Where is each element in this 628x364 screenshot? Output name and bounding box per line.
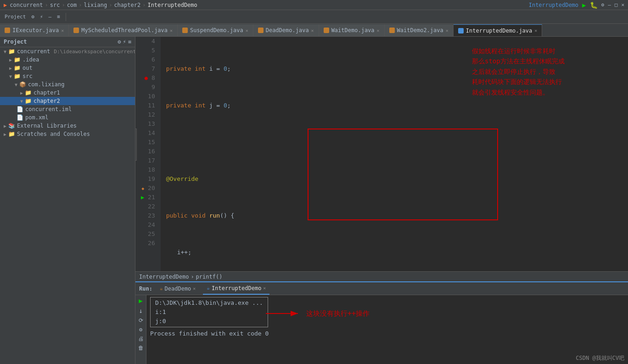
sidebar-item-scratches[interactable]: ▶ 📁 Scratches and Consoles [0, 130, 135, 138]
title-bar: ▶ concurrent › src › com › lixiang › cha… [0, 0, 628, 10]
sidebar-item-com-lixiang[interactable]: ▼ 📦 com.lixiang [0, 80, 135, 89]
sidebar-label-pom: pom.xml [25, 114, 49, 121]
tab-suspenddemo[interactable]: SuspendDemo.java ✕ [178, 24, 253, 36]
file-icon-iml: 📄 [17, 106, 23, 112]
run-tab-label-interrupted: InterruptedDemo [212, 285, 261, 291]
sidebar-item-chapter2[interactable]: ▼ 📁 chapter2 [0, 97, 135, 105]
run-stop-button[interactable]: ↓ [139, 307, 142, 314]
folder-icon-scratches: 📁 [8, 131, 15, 137]
run-tab-close-dead[interactable]: ✕ [193, 286, 196, 291]
run-tab-close-interrupted[interactable]: ✕ [263, 286, 266, 291]
tab-lexecutor[interactable]: IExecutor.java ✕ [0, 24, 69, 36]
tab-waitdemo[interactable]: WaitDemo.java ✕ [319, 24, 385, 36]
sidebar-label-idea: .idea [22, 56, 39, 63]
run-label: Run: [139, 286, 152, 292]
run-output-area: D:\JDK\jdk1.8\bin\java.exe ... i:1 j:0 P… [146, 295, 628, 364]
tab-icon-suspenddemo [182, 28, 188, 33]
run-panel-header: Run: ☕ DeadDemo ✕ ☕ InterruptedDemo ✕ [135, 282, 628, 295]
line-numbers: 4 5 6 7 ● 8 9 10 11 12 13 14 [135, 37, 161, 271]
tab-icon-lexecutor [5, 28, 10, 33]
breadcrumb-chapter2: chapter2 [114, 2, 140, 8]
breadcrumb-sep: › [191, 274, 194, 280]
output-line-process: Process finished with exit code 0 [150, 329, 624, 338]
code-editor[interactable]: 4 5 6 7 ● 8 9 10 11 12 13 14 [135, 37, 628, 271]
tab-close-suspenddemo[interactable]: ✕ [246, 28, 248, 33]
sidebar-item-chapter1[interactable]: ▶ 📁 chapter1 [0, 89, 135, 97]
run-button[interactable]: ▶ [582, 1, 586, 9]
run-play-button[interactable]: ▶ [139, 297, 142, 304]
breadcrumb-method: printf() [196, 274, 223, 280]
expand-arrow-ch1: ▶ [20, 90, 23, 95]
sidebar-item-external-libs[interactable]: ▶ 📚 External Libraries [0, 122, 135, 130]
tab-myscheduled[interactable]: MyScheduledThreadPool.java ✕ [69, 24, 178, 36]
tab-close-waitdemo2[interactable]: ✕ [446, 28, 449, 33]
sidebar-item-concurrent-iml[interactable]: 📄 concurrent.iml [0, 105, 135, 113]
code-line-9: i++; [166, 248, 467, 257]
tab-label-waitdemo2: WaitDemo2.java [397, 27, 443, 34]
tab-close-deaddemo[interactable]: ✕ [311, 28, 314, 33]
output-line-path: D:\JDK\jdk1.8\bin\java.exe ... [155, 298, 263, 308]
sidebar-item-idea[interactable]: ▶ 📁 .idea [0, 56, 135, 64]
tab-deaddemo[interactable]: DeadDemo.java ✕ [253, 24, 319, 36]
sidebar-layout-icon[interactable]: ≡ [128, 39, 131, 45]
main-toolbar: Project ⚙ ⚡ – ≡ [0, 10, 628, 24]
code-breadcrumb: InterruptedDemo › printf() [135, 271, 628, 281]
tab-close-interrupteddemo[interactable]: ✕ [534, 28, 537, 33]
run-tab-interrupted[interactable]: ☕ InterruptedDemo ✕ [203, 282, 269, 295]
toolbar-gear[interactable]: ⚙ [29, 13, 36, 21]
toolbar-menu[interactable]: ≡ [55, 13, 62, 21]
tab-waitdemo2[interactable]: WaitDemo2.java ✕ [385, 24, 454, 36]
sidebar-item-concurrent[interactable]: ▼ 📁 concurrent D:\ideaworkspace\concurre… [0, 47, 135, 56]
run-rerun-button[interactable]: ⟳ [139, 317, 143, 324]
run-panel: Run: ☕ DeadDemo ✕ ☕ InterruptedDemo ✕ ▶ … [135, 281, 628, 364]
sidebar-label-out: out [22, 65, 33, 71]
tab-close-waitdemo[interactable]: ✕ [377, 28, 380, 33]
toolbar-sync[interactable]: ⚡ [38, 13, 45, 21]
sidebar-sync-icon[interactable]: ⚡ [123, 39, 126, 45]
tab-icon-waitdemo2 [389, 28, 395, 33]
folder-icon-out: 📁 [14, 65, 21, 71]
tab-interrupteddemo[interactable]: InterruptedDemo.java ✕ [454, 24, 543, 36]
close-button[interactable]: ✕ [621, 2, 624, 8]
maximize-button[interactable]: □ [615, 2, 618, 8]
output-annotation-container: 这块没有执行++操作 [266, 309, 370, 318]
run-settings-icon[interactable]: ⚙ [139, 326, 142, 333]
sidebar-label-extlibs: External Libraries [17, 123, 77, 129]
breadcrumb-app: concurrent [10, 2, 43, 8]
expand-arrow-com: ▼ [15, 82, 17, 87]
tab-icon-deaddemo [258, 28, 264, 33]
tab-close-lexecutor[interactable]: ✕ [61, 28, 64, 33]
expand-arrow-concurrent: ▼ [4, 49, 6, 54]
breakpoint-8: ● [145, 75, 148, 81]
code-line-6 [166, 138, 467, 147]
project-label: Project [3, 13, 28, 21]
sidebar: Project ⚙ ⚡ ≡ ▼ 📁 concurrent D:\ideawork… [0, 37, 135, 364]
run-tab-deaddemo[interactable]: ☕ DeadDemo ✕ [156, 282, 199, 295]
sidebar-label-src: src [22, 73, 33, 79]
run-delete-icon[interactable]: 🗑 [138, 345, 144, 351]
breadcrumb-file: InterruptedDemo [139, 274, 189, 280]
sidebar-label-ch1: chapter1 [34, 90, 60, 96]
minimize-button[interactable]: — [608, 2, 611, 8]
sidebar-label-concurrent: concurrent [17, 48, 50, 55]
sidebar-path-concurrent: D:\ideaworkspace\concurrent [54, 49, 135, 55]
debug-button[interactable]: 🐛 [590, 1, 598, 9]
sidebar-item-out[interactable]: ▶ 📁 out [0, 64, 135, 72]
sidebar-gear-icon[interactable]: ⚙ [118, 39, 121, 45]
settings-icon[interactable]: ⚙ [601, 2, 605, 8]
run-arrow-21: ▶ [141, 194, 144, 201]
run-tab-icon-interrupted: ☕ [207, 285, 210, 291]
favorites-tab[interactable]: Favorites [135, 129, 137, 161]
project-icon: 📁 [8, 48, 15, 55]
run-print-icon[interactable]: 🖨 [138, 336, 144, 342]
sidebar-item-pom[interactable]: 📄 pom.xml [0, 113, 135, 122]
watermark: CSDN @我就叫CV吧 [576, 354, 624, 362]
run-tab-icon-dead: ☕ [160, 286, 163, 291]
folder-icon-idea: 📁 [14, 56, 21, 63]
output-line-i: i:1 [155, 308, 263, 317]
tab-close-myscheduled[interactable]: ✕ [170, 28, 173, 33]
run-output-box: D:\JDK\jdk1.8\bin\java.exe ... i:1 j:0 [150, 297, 268, 327]
sidebar-label-ch2: chapter2 [34, 98, 60, 104]
toolbar-minus[interactable]: – [47, 13, 54, 21]
sidebar-item-src[interactable]: ▼ 📁 src [0, 72, 135, 80]
